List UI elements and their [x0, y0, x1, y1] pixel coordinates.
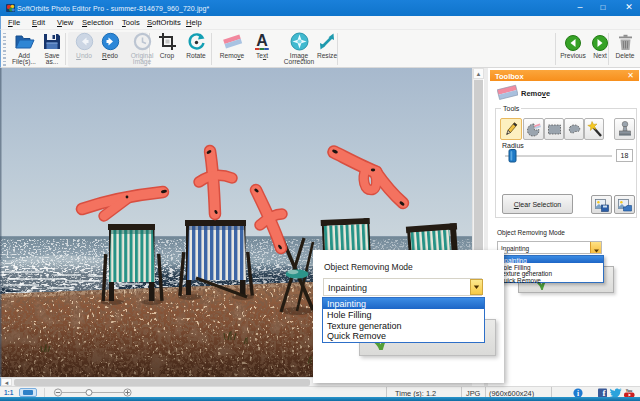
- svg-text:You: You: [626, 389, 633, 393]
- svg-text:A: A: [256, 32, 268, 49]
- svg-text:i: i: [577, 388, 579, 397]
